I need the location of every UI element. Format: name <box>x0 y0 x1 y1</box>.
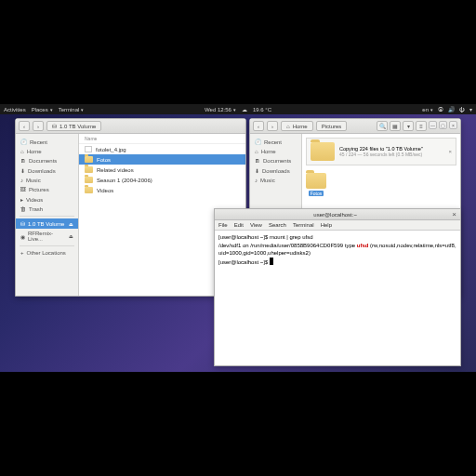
terminal-titlebar: user@localhost:~ × <box>215 209 460 220</box>
chevron-down-icon[interactable]: ▾ <box>469 106 472 112</box>
view-grid-button[interactable]: ▦ <box>390 121 401 131</box>
music-icon: ♪ <box>255 178 258 183</box>
clock[interactable]: Wed 12:56 <box>205 107 236 112</box>
hamburger-menu[interactable]: ≡ <box>416 121 427 131</box>
sidebar-item-remix[interactable]: ◉RFRemix-Live...⏏ <box>16 229 78 244</box>
sidebar-item-home[interactable]: ⌂Home <box>16 147 78 156</box>
trash-icon: 🗑 <box>20 206 26 212</box>
menu-terminal[interactable]: Terminal <box>293 222 314 228</box>
home-icon: ⌂ <box>286 124 290 129</box>
downloads-icon: ⬇ <box>255 167 259 174</box>
sidebar: 🕘Recent ⌂Home 🗎Documents ⬇Downloads ♪Mus… <box>16 134 79 296</box>
volume-icon[interactable]: 🔊 <box>448 106 455 112</box>
list-item[interactable]: Videos <box>79 185 245 195</box>
sidebar-item-videos[interactable]: ▸Videos <box>16 194 78 205</box>
sidebar-item-music[interactable]: ♪Music <box>16 176 78 185</box>
sidebar-item-volume[interactable]: ⛁1.0 TB Volume⏏ <box>16 218 78 229</box>
list-item[interactable]: Season 1 (2004-2006) <box>79 175 245 185</box>
sidebar-item-music[interactable]: ♪Music <box>250 176 301 185</box>
sidebar-item-trash[interactable]: 🗑Trash <box>16 205 78 214</box>
sidebar-item-documents[interactable]: 🗎Documents <box>16 156 78 165</box>
copy-progress-banner: Copying 224 files to "1.0 TB Volume" 45 … <box>306 138 456 165</box>
gnome-top-bar: Activities Places Terminal Wed 12:56 ☁ 1… <box>0 104 476 114</box>
terminal-app-menu[interactable]: Terminal <box>59 107 85 112</box>
home-icon: ⌂ <box>20 149 24 154</box>
image-icon <box>85 146 92 152</box>
sidebar-item-pictures[interactable]: 🖼Pictures <box>16 185 78 194</box>
menu-help[interactable]: Help <box>321 222 332 228</box>
places-menu[interactable]: Places <box>32 107 53 112</box>
disc-icon: ◉ <box>20 233 25 240</box>
a11y-icon[interactable]: ⦿ <box>438 107 443 112</box>
drive-icon: ⛁ <box>52 123 57 129</box>
headerbar: ‹ › ⌂Home Pictures 🔍 ▦ ▾ ≡ — ▢ × <box>250 119 460 134</box>
minimize-button[interactable]: — <box>429 121 437 129</box>
menu-view[interactable]: View <box>250 222 262 228</box>
back-button[interactable]: ‹ <box>19 121 30 131</box>
downloads-icon: ⬇ <box>20 167 25 174</box>
close-button[interactable]: × <box>452 210 456 218</box>
menu-edit[interactable]: Edit <box>234 222 244 228</box>
folder-item[interactable]: Fotos <box>302 169 330 200</box>
folder-icon <box>85 187 93 193</box>
folder-label: Fotos <box>309 191 324 196</box>
path-pictures[interactable]: Pictures <box>316 121 348 131</box>
terminal-output[interactable]: [user@localhost ~]$ mount | grep ufsd /d… <box>215 231 460 269</box>
list-item[interactable]: Related videos <box>79 165 245 175</box>
menu-file[interactable]: File <box>218 222 228 228</box>
sidebar-item-downloads[interactable]: ⬇Downloads <box>250 165 301 176</box>
clock-icon: 🕘 <box>255 139 261 145</box>
list-item[interactable]: fotolet_4.jpg <box>79 144 245 154</box>
sidebar-item-documents[interactable]: 🗎Documents <box>250 156 301 165</box>
back-button[interactable]: ‹ <box>253 121 264 131</box>
terminal-menubar: File Edit View Search Terminal Help <box>215 220 460 231</box>
sidebar-item-downloads[interactable]: ⬇Downloads <box>16 165 78 176</box>
list-item[interactable]: Fotos <box>79 154 245 165</box>
view-dropdown[interactable]: ▾ <box>403 121 414 131</box>
cursor <box>270 258 273 265</box>
documents-icon: 🗎 <box>255 158 260 164</box>
search-button[interactable]: 🔍 <box>377 121 388 131</box>
menu-search[interactable]: Search <box>269 222 286 228</box>
eject-icon[interactable]: ⏏ <box>69 221 73 227</box>
music-icon: ♪ <box>20 178 23 183</box>
clock-icon: 🕘 <box>20 139 27 145</box>
folder-icon <box>85 156 93 163</box>
path-home[interactable]: ⌂Home <box>281 121 313 131</box>
eject-icon[interactable]: ⏏ <box>69 233 73 239</box>
videos-icon: ▸ <box>20 196 23 203</box>
activities-button[interactable]: Activities <box>4 107 26 112</box>
headerbar: ‹ › ⛁1.0 TB Volume <box>16 119 245 134</box>
copy-subtitle: 45 / 224 — 56 seconds left (0.5 MB/sec) <box>339 152 443 157</box>
folder-icon <box>311 142 335 161</box>
temperature: 19.6 °C <box>253 107 271 112</box>
sidebar-item-other[interactable]: +Other Locations <box>16 248 78 258</box>
column-header-name[interactable]: Name <box>79 134 245 144</box>
maximize-button[interactable]: ▢ <box>439 121 447 129</box>
folder-icon <box>306 173 326 189</box>
path-button[interactable]: ⛁1.0 TB Volume <box>46 121 101 131</box>
power-icon[interactable]: ⏻ <box>459 107 465 112</box>
folder-icon <box>85 177 93 183</box>
home-icon: ⌂ <box>255 149 258 154</box>
files-window-1: ‹ › ⛁1.0 TB Volume 🕘Recent ⌂Home 🗎Docume… <box>15 118 246 297</box>
terminal-title: user@localhost:~ <box>218 212 452 218</box>
forward-button[interactable]: › <box>33 121 44 131</box>
close-button[interactable]: × <box>449 121 457 129</box>
sidebar-item-recent[interactable]: 🕘Recent <box>250 137 301 147</box>
weather-icon: ☁ <box>242 106 247 112</box>
cancel-copy-button[interactable]: × <box>448 149 452 154</box>
plus-icon: + <box>20 250 24 256</box>
terminal-window: user@localhost:~ × File Edit View Search… <box>214 208 461 366</box>
sidebar-item-recent[interactable]: 🕘Recent <box>16 137 78 147</box>
folder-icon <box>85 166 93 173</box>
sidebar-item-home[interactable]: ⌂Home <box>250 147 301 156</box>
documents-icon: 🗎 <box>20 158 26 164</box>
pictures-icon: 🖼 <box>20 187 26 192</box>
language-indicator[interactable]: en <box>422 107 433 112</box>
drive-icon: ⛁ <box>20 220 25 227</box>
forward-button[interactable]: › <box>267 121 278 131</box>
